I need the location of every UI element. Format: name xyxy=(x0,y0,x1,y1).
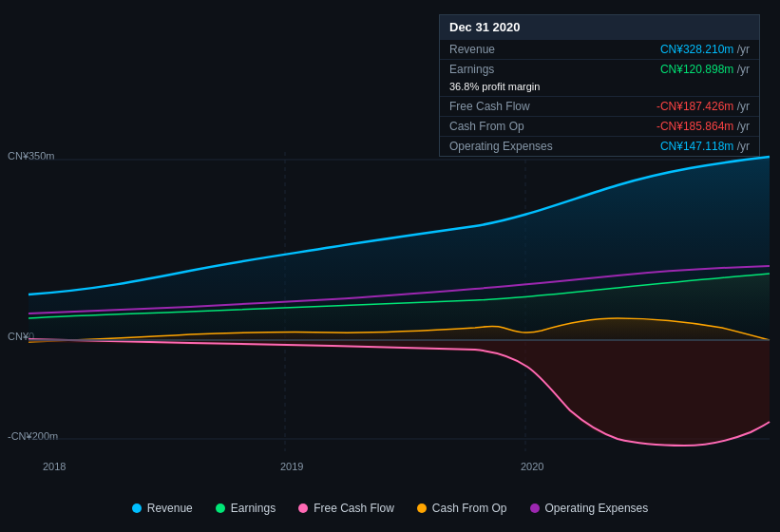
tooltip-label-opex: Operating Expenses xyxy=(449,140,553,153)
x-axis-labels: 2018 2019 2020 xyxy=(0,461,780,480)
profit-margin-row: 36.8% profit margin xyxy=(440,79,759,96)
legend-item-earnings[interactable]: Earnings xyxy=(216,502,276,515)
tooltip-value-fcf: -CN¥187.426m /yr xyxy=(656,100,750,113)
legend-label-earnings: Earnings xyxy=(231,502,276,515)
tooltip-label-revenue: Revenue xyxy=(449,43,495,56)
legend-dot-cashfromop xyxy=(417,504,427,513)
legend-label-opex: Operating Expenses xyxy=(545,502,649,515)
legend-dot-earnings xyxy=(216,504,225,513)
tooltip-row-revenue: Revenue CN¥328.210m /yr xyxy=(440,39,759,59)
tooltip-value-cashfromop: -CN¥185.864m /yr xyxy=(656,120,750,133)
tooltip-label-cashfromop: Cash From Op xyxy=(449,120,524,133)
x-label-2018: 2018 xyxy=(43,461,66,472)
tooltip-row-earnings: Earnings CN¥120.898m /yr xyxy=(440,59,759,79)
x-label-2020: 2020 xyxy=(521,461,543,472)
tooltip-header: Dec 31 2020 xyxy=(440,15,759,39)
legend-dot-revenue xyxy=(132,504,142,513)
legend-label-fcf: Free Cash Flow xyxy=(314,502,394,515)
legend-label-revenue: Revenue xyxy=(147,502,193,515)
x-label-2019: 2019 xyxy=(280,461,303,472)
tooltip: Dec 31 2020 Revenue CN¥328.210m /yr Earn… xyxy=(439,14,760,157)
legend-item-revenue[interactable]: Revenue xyxy=(132,502,193,515)
tooltip-value-earnings: CN¥120.898m /yr xyxy=(660,63,750,76)
legend-item-opex[interactable]: Operating Expenses xyxy=(530,502,649,515)
legend-dot-fcf xyxy=(298,504,308,513)
tooltip-row-opex: Operating Expenses CN¥147.118m /yr xyxy=(440,136,759,156)
tooltip-value-revenue: CN¥328.210m /yr xyxy=(660,43,750,56)
legend: Revenue Earnings Free Cash Flow Cash Fro… xyxy=(0,484,780,532)
tooltip-label-fcf: Free Cash Flow xyxy=(449,100,530,113)
legend-dot-opex xyxy=(530,504,540,513)
legend-label-cashfromop: Cash From Op xyxy=(432,502,507,515)
tooltip-row-fcf: Free Cash Flow -CN¥187.426m /yr xyxy=(440,96,759,116)
tooltip-row-cashfromop: Cash From Op -CN¥185.864m /yr xyxy=(440,116,759,136)
legend-item-fcf[interactable]: Free Cash Flow xyxy=(298,502,394,515)
tooltip-label-earnings: Earnings xyxy=(449,63,494,76)
tooltip-value-opex: CN¥147.118m /yr xyxy=(660,140,750,153)
legend-item-cashfromop[interactable]: Cash From Op xyxy=(417,502,507,515)
